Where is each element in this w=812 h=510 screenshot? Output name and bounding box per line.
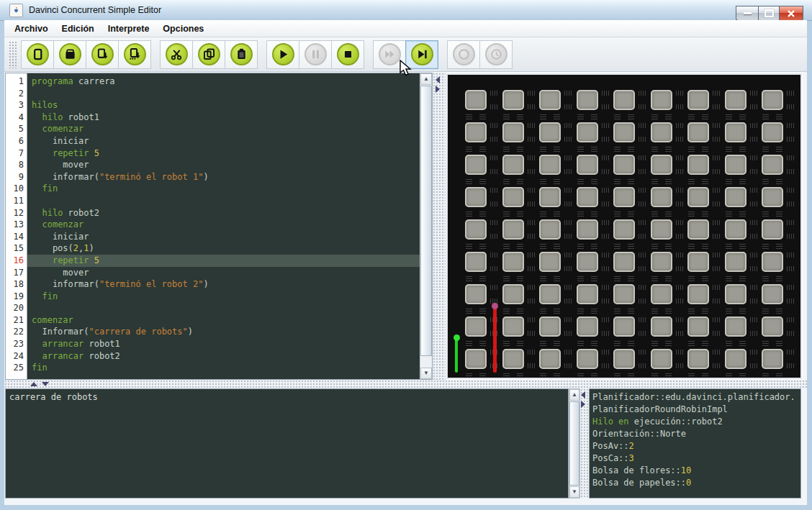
- editor-scrollbar[interactable]: [420, 73, 432, 379]
- close-button[interactable]: [780, 6, 803, 21]
- street-mark: [528, 169, 535, 174]
- console-scrollbar-track[interactable]: [569, 401, 579, 486]
- city-block: [651, 187, 672, 207]
- street-mark: [787, 266, 794, 271]
- collapse-left-icon[interactable]: [436, 76, 440, 83]
- street-mark: [688, 114, 695, 119]
- street-mark: [466, 308, 472, 314]
- console-output-panel[interactable]: carrera de robots: [5, 388, 569, 498]
- street-mark: [479, 308, 486, 314]
- window-title: Davinci Concurrent Simple Editor: [29, 5, 161, 15]
- street-mark: [614, 114, 621, 119]
- street-mark: [688, 178, 695, 184]
- street-mark: [713, 363, 720, 368]
- scroll-down-icon[interactable]: [569, 486, 579, 498]
- horizontal-splitter[interactable]: [4, 380, 807, 388]
- street-mark: [676, 363, 683, 368]
- new-file-button[interactable]: [21, 40, 54, 69]
- collapse-down-icon[interactable]: [42, 382, 49, 386]
- open-file-button[interactable]: [53, 40, 86, 69]
- vertical-splitter-bottom[interactable]: [580, 388, 589, 498]
- street-mark: [564, 234, 572, 239]
- collapse-up-icon[interactable]: [30, 382, 37, 386]
- scroll-up-icon[interactable]: [420, 73, 432, 85]
- editor-scrollbar-thumb[interactable]: [420, 86, 432, 356]
- vertical-splitter-main[interactable]: [433, 73, 446, 380]
- toolbar-grip[interactable]: [9, 41, 17, 68]
- code-line: fin: [32, 362, 420, 374]
- collapse-right-icon[interactable]: [581, 401, 585, 408]
- copy-icon: [202, 47, 217, 62]
- street-mark: [776, 340, 782, 346]
- code-editor[interactable]: programa carrerahilos hilo robot1 comenz…: [27, 73, 420, 379]
- stop-button[interactable]: [331, 40, 364, 69]
- line-number: 25: [6, 362, 24, 374]
- status-line: Hilo en ejecución::robot2: [592, 416, 800, 428]
- console-scrollbar[interactable]: [569, 388, 580, 498]
- collapse-right-icon[interactable]: [436, 86, 440, 93]
- street-mark: [726, 243, 732, 249]
- street-mark: [787, 169, 794, 174]
- street-mark: [702, 276, 708, 281]
- status-line: PosAv::2: [592, 440, 800, 452]
- title-bar[interactable]: Davinci Concurrent Simple Editor: [0, 0, 812, 21]
- debug-circle-button[interactable]: [447, 40, 480, 69]
- street-mark: [564, 201, 572, 206]
- street-mark: [503, 178, 510, 184]
- street-mark: [466, 276, 472, 281]
- cut-button[interactable]: [160, 40, 193, 69]
- street-mark: [713, 137, 720, 142]
- menu-item-interprete[interactable]: Interprete: [108, 24, 150, 34]
- menu-item-archivo[interactable]: Archivo: [14, 24, 48, 34]
- robot-status-panel: Planificador::edu.davinci.planificador.P…: [589, 388, 801, 498]
- timer-button[interactable]: [479, 40, 513, 69]
- street-mark: [614, 211, 621, 217]
- save-as-button[interactable]: [118, 40, 151, 69]
- street-mark: [528, 252, 535, 258]
- city-block: [687, 252, 709, 272]
- city-block: [651, 252, 672, 272]
- street-mark: [639, 331, 646, 336]
- street-mark: [702, 178, 708, 184]
- street-mark: [776, 178, 782, 184]
- street-mark: [750, 331, 757, 336]
- street-mark: [577, 276, 584, 281]
- console-scrollbar-thumb[interactable]: [569, 401, 579, 486]
- code-line: programa carrera: [32, 76, 420, 88]
- city-block: [651, 122, 672, 142]
- street-mark: [528, 299, 535, 304]
- street-mark: [665, 373, 672, 378]
- paste-button[interactable]: [225, 40, 258, 69]
- menu-item-opciones[interactable]: Opciones: [163, 24, 204, 34]
- scroll-up-icon[interactable]: [569, 389, 579, 401]
- street-mark: [564, 331, 572, 336]
- street-mark: [639, 266, 646, 271]
- street-mark: [528, 104, 535, 109]
- city-block: [465, 252, 487, 272]
- street-mark: [517, 276, 523, 281]
- scroll-down-icon[interactable]: [420, 368, 432, 379]
- street-mark: [503, 276, 510, 281]
- street-mark: [540, 178, 546, 184]
- street-mark: [466, 178, 472, 184]
- city-block: [577, 252, 598, 272]
- save-button[interactable]: [86, 40, 119, 69]
- minimize-button[interactable]: [736, 6, 758, 21]
- city-block: [762, 122, 783, 142]
- street-mark: [739, 308, 746, 314]
- menu-item-edicion[interactable]: Edición: [62, 24, 94, 34]
- line-number: 7: [6, 147, 24, 160]
- run-button[interactable]: [266, 40, 299, 69]
- street-mark: [490, 155, 497, 160]
- code-line: pos(2,1): [32, 242, 420, 255]
- collapse-left-icon[interactable]: [581, 391, 585, 399]
- maximize-button[interactable]: [758, 6, 780, 21]
- street-mark: [762, 373, 769, 378]
- street-mark: [490, 137, 497, 142]
- pause-button[interactable]: [299, 40, 332, 69]
- editor-scrollbar-track[interactable]: [420, 85, 432, 368]
- street-mark: [517, 373, 523, 378]
- copy-button[interactable]: [192, 40, 225, 69]
- line-number: 18: [6, 278, 24, 291]
- street-mark: [540, 340, 546, 346]
